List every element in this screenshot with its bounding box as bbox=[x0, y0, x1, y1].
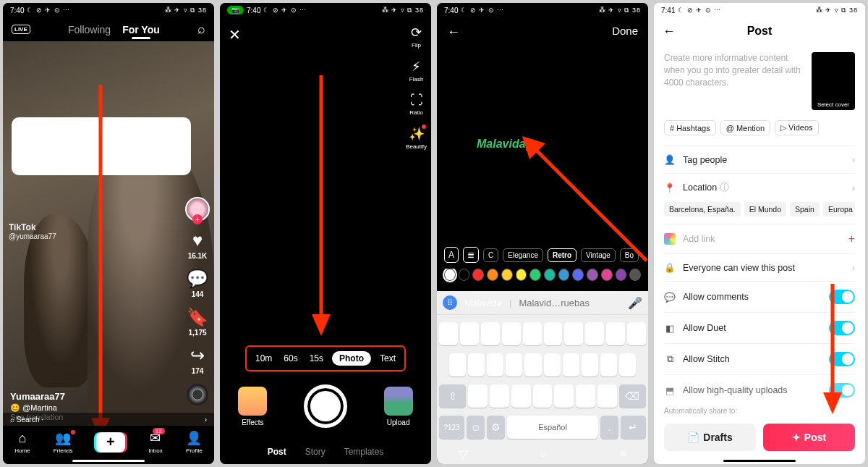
tab-post[interactable]: Post bbox=[268, 447, 286, 457]
color-swatch[interactable] bbox=[544, 269, 556, 281]
author-name[interactable]: Yumaaraa77 bbox=[10, 391, 65, 402]
tab-for-you[interactable]: For You bbox=[122, 24, 160, 35]
color-swatch[interactable] bbox=[459, 269, 470, 281]
back-icon[interactable]: ← bbox=[663, 24, 676, 39]
ratio-button[interactable]: ⛶Ratio bbox=[406, 93, 427, 116]
share-button[interactable]: ↪174 bbox=[190, 345, 205, 375]
nav-friends[interactable]: 👥Friends bbox=[54, 430, 73, 454]
color-swatch[interactable] bbox=[472, 269, 484, 281]
settings-key[interactable]: ⚙ bbox=[487, 416, 505, 439]
description-placeholder[interactable]: Create more informative content when you… bbox=[664, 52, 804, 110]
drafts-button[interactable]: 📄 Drafts bbox=[664, 424, 756, 451]
shutter-button[interactable] bbox=[304, 384, 347, 428]
nav-create[interactable]: + bbox=[96, 432, 125, 453]
cover-thumbnail[interactable]: Select cover bbox=[812, 52, 855, 110]
videos-chip[interactable]: ▷ Videos bbox=[775, 120, 819, 135]
font-vintage[interactable]: Vintage bbox=[581, 248, 616, 262]
color-swatch[interactable] bbox=[487, 269, 498, 281]
font-classic[interactable]: C bbox=[483, 248, 498, 262]
save-button[interactable]: 🔖1,175 bbox=[187, 307, 208, 337]
editor-canvas[interactable]: Malavida bbox=[437, 47, 648, 243]
color-swatch[interactable] bbox=[587, 269, 598, 281]
enter-key[interactable]: ↵ bbox=[621, 416, 646, 439]
camera-viewport: ✕ ⟳Flip ⚡︎Flash ⛶Ratio ✨Beautify 10m 60s… bbox=[220, 17, 431, 464]
key[interactable]: q bbox=[439, 322, 458, 345]
font-retro[interactable]: Retro bbox=[548, 248, 576, 262]
suggestion-alt[interactable]: Malavid…ruebas bbox=[519, 298, 590, 308]
color-swatch[interactable] bbox=[616, 269, 627, 281]
keyboard-apps-icon[interactable]: ⠿ bbox=[443, 295, 457, 310]
camera-tools: ⟳Flip ⚡︎Flash ⛶Ratio ✨Beautify bbox=[406, 25, 427, 150]
close-icon[interactable]: ✕ bbox=[229, 26, 241, 43]
color-swatch[interactable] bbox=[516, 269, 527, 281]
symbols-key[interactable]: ?123 bbox=[439, 416, 464, 439]
beautify-button[interactable]: ✨Beautify bbox=[406, 126, 427, 150]
nav-home[interactable]: ⌂Home bbox=[14, 431, 30, 454]
flash-button[interactable]: ⚡︎Flash bbox=[406, 59, 427, 83]
space-key[interactable]: Español bbox=[507, 416, 597, 439]
color-swatch[interactable] bbox=[629, 269, 641, 281]
comments-toggle[interactable] bbox=[829, 290, 855, 304]
loc-chip[interactable]: Barcelona, España. bbox=[664, 202, 741, 216]
shift-key[interactable]: ⇧ bbox=[439, 384, 466, 408]
font-more[interactable]: Bo bbox=[620, 248, 639, 262]
suggestion-main[interactable]: Malavida bbox=[464, 298, 502, 308]
color-swatch[interactable] bbox=[444, 269, 456, 281]
color-swatch[interactable] bbox=[558, 269, 570, 281]
tab-templates[interactable]: Templates bbox=[344, 447, 384, 457]
color-swatch[interactable] bbox=[529, 269, 541, 281]
upload-button[interactable]: Upload bbox=[384, 387, 413, 426]
nav-recent-icon[interactable]: ≡ bbox=[620, 447, 626, 461]
nav-home-icon[interactable]: ○ bbox=[540, 447, 547, 461]
nav-back-icon[interactable]: ▽ bbox=[459, 447, 467, 461]
font-elegance[interactable]: Elegance bbox=[503, 248, 543, 262]
loc-chip[interactable]: Spain bbox=[790, 202, 820, 216]
done-button[interactable]: Done bbox=[612, 25, 638, 40]
text-fill-icon[interactable]: A bbox=[444, 247, 459, 263]
hq-toggle[interactable] bbox=[829, 383, 855, 397]
search-icon[interactable]: ⌕ bbox=[197, 22, 205, 37]
video-viewport[interactable]: TikTok @yumaaraa77 + ♥16.1K 💬144 🔖1,175 … bbox=[3, 41, 214, 426]
stitch-toggle[interactable] bbox=[829, 352, 855, 366]
sound-disc[interactable] bbox=[187, 384, 208, 405]
location-row[interactable]: 📍Location ⓘ› bbox=[664, 173, 855, 202]
mode-10m[interactable]: 10m bbox=[252, 352, 275, 365]
tab-story[interactable]: Story bbox=[305, 447, 326, 457]
duet-toggle[interactable] bbox=[829, 321, 855, 335]
tag-people-row[interactable]: 👤Tag people› bbox=[664, 146, 855, 173]
mention-chip[interactable]: @ Mention bbox=[720, 120, 770, 135]
period-key[interactable]: . bbox=[600, 416, 618, 439]
search-footer[interactable]: ⌕ Search ·› bbox=[3, 413, 214, 426]
mode-text[interactable]: Text bbox=[377, 352, 399, 365]
backspace-key[interactable]: ⌫ bbox=[619, 384, 646, 408]
live-icon[interactable]: LIVE bbox=[12, 25, 30, 34]
post-button[interactable]: ✦ Post bbox=[763, 424, 855, 451]
privacy-row[interactable]: 🔒Everyone can view this post› bbox=[664, 253, 855, 281]
text-align-icon[interactable]: ≣ bbox=[463, 247, 479, 263]
color-swatch[interactable] bbox=[572, 269, 584, 281]
nav-profile[interactable]: 👤Profile bbox=[186, 430, 203, 454]
back-icon[interactable]: ← bbox=[447, 25, 460, 40]
like-button[interactable]: ♥16.1K bbox=[188, 230, 208, 260]
tab-following[interactable]: Following bbox=[68, 24, 111, 35]
hashtags-chip[interactable]: # Hashtags bbox=[664, 120, 716, 135]
effects-button[interactable]: Effects bbox=[238, 387, 267, 426]
color-swatch[interactable] bbox=[601, 269, 613, 281]
mode-60s[interactable]: 60s bbox=[281, 352, 300, 365]
comment-button[interactable]: 💬144 bbox=[187, 269, 208, 298]
flip-button[interactable]: ⟳Flip bbox=[406, 25, 427, 49]
mode-15s[interactable]: 15s bbox=[307, 352, 326, 365]
nav-inbox[interactable]: ✉Inbox12 bbox=[148, 430, 163, 454]
caption-mention[interactable]: 😊 @Martina bbox=[10, 403, 65, 413]
author-avatar[interactable]: + bbox=[185, 197, 210, 222]
kb-row-1: qwertyuiop bbox=[439, 322, 646, 345]
color-swatch[interactable] bbox=[501, 269, 513, 281]
emoji-key[interactable]: ☺ bbox=[467, 416, 485, 439]
duration-selector[interactable]: 10m 60s 15s Photo Text bbox=[245, 345, 406, 371]
add-link-row[interactable]: Add link+ bbox=[664, 224, 855, 253]
loc-chip[interactable]: El Mundo bbox=[744, 202, 786, 216]
text-layer[interactable]: Malavida bbox=[477, 138, 527, 151]
loc-chip[interactable]: Europa bbox=[823, 202, 855, 216]
mic-icon[interactable]: 🎤 bbox=[628, 296, 642, 310]
mode-photo[interactable]: Photo bbox=[332, 351, 371, 366]
